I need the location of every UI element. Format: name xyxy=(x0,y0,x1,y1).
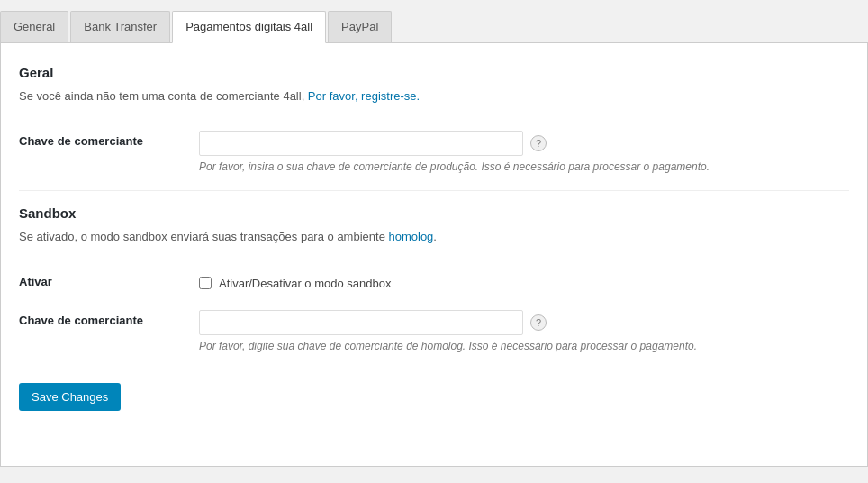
geral-desc-prefix: Se você ainda não tem uma conta de comer… xyxy=(19,89,308,103)
sandbox-checkbox-label: Ativar/Desativar o modo sandbox xyxy=(219,277,391,290)
sandbox-merchant-key-input[interactable] xyxy=(199,310,523,335)
sandbox-merchant-key-row: Chave de comerciante ? Por favor, digite… xyxy=(19,303,849,361)
content-area: Geral Se você ainda não tem uma conta de… xyxy=(0,43,868,467)
sandbox-merchant-key-field-row: ? xyxy=(199,310,849,335)
tab-general[interactable]: General xyxy=(0,11,68,42)
section-geral: Geral Se você ainda não tem uma conta de… xyxy=(19,65,849,181)
sandbox-merchant-key-hint: Por favor, digite sua chave de comercian… xyxy=(199,339,849,354)
merchant-key-production-hint: Por favor, insira o sua chave de comerci… xyxy=(199,159,849,175)
geral-title: Geral xyxy=(19,65,849,80)
page-wrapper: General Bank Transfer Pagamentos digitai… xyxy=(0,0,868,483)
tab-pagamentos[interactable]: Pagamentos digitais 4all xyxy=(172,11,326,43)
sandbox-desc-suffix: . xyxy=(433,230,437,243)
sandbox-description: Se ativado, o modo sandbox enviará suas … xyxy=(19,228,849,246)
sandbox-activate-label: Ativar xyxy=(19,275,52,288)
sandbox-merchant-key-help-icon[interactable]: ? xyxy=(530,314,547,331)
sandbox-homolog-link[interactable]: homolog xyxy=(388,230,433,243)
sandbox-checkbox-row: Ativar/Desativar o modo sandbox xyxy=(199,271,849,296)
merchant-key-production-input[interactable] xyxy=(199,131,523,156)
tab-paypal[interactable]: PayPal xyxy=(328,11,392,42)
section-divider xyxy=(19,190,849,191)
sandbox-desc-text: Se ativado, o modo sandbox enviará suas … xyxy=(19,230,388,243)
sandbox-checkbox[interactable] xyxy=(199,277,212,289)
geral-register-link[interactable]: Por favor, registre-se. xyxy=(308,89,420,103)
sandbox-activate-row: Ativar Ativar/Desativar o modo sandbox xyxy=(19,264,849,303)
sandbox-title: Sandbox xyxy=(19,205,849,221)
geral-description: Se você ainda não tem uma conta de comer… xyxy=(19,87,849,105)
merchant-key-label: Chave de comerciante xyxy=(19,134,143,148)
merchant-key-field-row: ? xyxy=(199,131,849,156)
sandbox-form-table: Ativar Ativar/Desativar o modo sandbox C… xyxy=(19,264,849,361)
sandbox-merchant-key-label: Chave de comerciante xyxy=(19,314,143,327)
tab-bank-transfer[interactable]: Bank Transfer xyxy=(70,11,170,42)
geral-form-table: Chave de comerciante ? Por favor, insira… xyxy=(19,123,849,182)
section-sandbox: Sandbox Se ativado, o modo sandbox envia… xyxy=(19,205,849,360)
merchant-key-production-row: Chave de comerciante ? Por favor, insira… xyxy=(19,123,849,182)
save-changes-button[interactable]: Save Changes xyxy=(19,383,121,411)
merchant-key-help-icon[interactable]: ? xyxy=(530,135,547,151)
tabs-bar: General Bank Transfer Pagamentos digitai… xyxy=(0,0,868,43)
